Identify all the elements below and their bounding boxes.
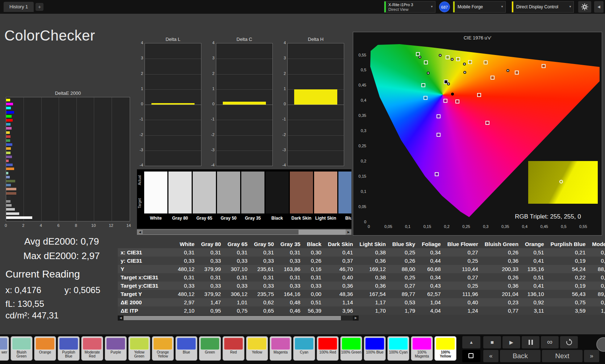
refresh-button[interactable]	[560, 336, 578, 348]
table-cell: 1,47	[198, 298, 224, 306]
scroll-left-button[interactable]: ◀	[137, 229, 143, 235]
delta-bar	[294, 89, 337, 105]
reading-cdm2-value: cd/m²: 447,31	[5, 310, 59, 321]
source-accent	[453, 1, 455, 12]
table-cell: 0,44	[418, 257, 444, 265]
patch-tile-yellow[interactable]: Yellow	[246, 336, 268, 361]
play-button[interactable]: ▶	[502, 336, 520, 348]
table-cell: 0,33	[224, 257, 251, 265]
patch-tile-red[interactable]: Red	[222, 336, 245, 361]
table-cell: 0,36	[481, 282, 522, 290]
collapse-panel-button[interactable]: ◀	[594, 1, 604, 13]
patch-tile-100-green[interactable]: 100% Green	[340, 336, 362, 361]
table-cell: 0,46	[277, 306, 304, 315]
pause-button[interactable]	[522, 336, 539, 348]
de2000-bar	[6, 172, 8, 174]
axis-tick-label: 4	[40, 223, 42, 228]
gridline	[216, 74, 272, 75]
table-cell: 3,11	[522, 306, 547, 315]
settings-button[interactable]	[578, 1, 591, 13]
chevron-down-icon: ▼	[501, 1, 504, 12]
patch-tile-wer[interactable]: wer	[0, 336, 9, 361]
gridline	[288, 135, 344, 136]
table-cell: 0,25	[444, 282, 481, 290]
add-tab-button[interactable]: +	[36, 3, 43, 11]
cie-target-marker	[491, 76, 495, 80]
scroll-right-button[interactable]: ▶	[346, 229, 351, 235]
meter-selector[interactable]: X-Rite i1Pro 3 Direct View ▼	[384, 1, 435, 13]
table-cell: 0,51	[522, 248, 547, 257]
table-scrollbar[interactable]: ◀ ▶	[118, 316, 359, 321]
table-column-header: Dark Skin	[325, 240, 356, 248]
expand-patch-list-button[interactable]: ▲	[462, 336, 480, 348]
axis-tick-label: -4	[134, 163, 143, 167]
window-pattern-button[interactable]	[462, 350, 480, 362]
stop-button[interactable]: ■	[483, 336, 501, 348]
table-column-header: Black	[304, 240, 325, 248]
scroll-right-button[interactable]: ▶	[353, 316, 359, 321]
patch-tile-orange-yellow[interactable]: Orange Yellow	[152, 336, 174, 361]
patch-tile-bluish-green[interactable]: Bluish Green	[11, 336, 33, 361]
table-column-header: Gray 50	[251, 240, 277, 248]
patch-label: 100% Cyan	[388, 350, 409, 354]
patch-tile-100-red[interactable]: 100% Red	[317, 336, 339, 361]
next-button[interactable]: Next	[542, 350, 583, 362]
table-row-label: y: CIE31	[118, 257, 175, 265]
axis-tick-label: 14	[126, 223, 131, 228]
patch-tile-100-cyan[interactable]: 100% Cyan	[387, 336, 409, 361]
table-cell: 0,22	[547, 273, 589, 282]
dial-button[interactable]	[596, 337, 605, 352]
last-patch-button[interactable]: »	[584, 350, 599, 362]
scrollbar-thumb[interactable]	[143, 230, 299, 234]
workflow-selector[interactable]: Direct Display Control ▼	[512, 1, 574, 13]
table-cell: 1,14	[325, 298, 356, 306]
table-cell: 0,75	[547, 298, 589, 306]
cie-xaxis: 00,050,10,150,20,250,30,350,40,450,50,55	[353, 224, 602, 230]
scrollbar-thumb[interactable]	[124, 316, 341, 320]
de2000-bar	[6, 103, 13, 105]
continuous-measure-button[interactable]: ∞	[541, 336, 559, 348]
patch-tile-purplish-blue[interactable]: Purplish Blue	[58, 336, 80, 361]
chart-title: Delta L	[145, 37, 201, 42]
de2000-bar	[6, 184, 11, 186]
patch-tile-cyan[interactable]: Cyan	[293, 336, 315, 361]
source-selector[interactable]: Mobile Forge ▼	[453, 1, 506, 13]
swatch	[266, 172, 289, 213]
patch-tile-moderate-red[interactable]: Moderate Red	[81, 336, 103, 361]
cie-target-marker	[542, 64, 546, 68]
patch-tile-100-blue[interactable]: 100% Blue	[364, 336, 386, 361]
patch-tile-yellow-green[interactable]: Yellow Green	[128, 336, 150, 361]
table-cell: 163,86	[277, 265, 304, 273]
table-column-header: Orange	[522, 240, 547, 248]
delta-l-chart: Delta L 43210-1-2-3-4	[134, 37, 203, 174]
tab-history-1[interactable]: History 1	[4, 2, 34, 12]
patch-tile-100-yellow[interactable]: 100% Yellow	[434, 336, 456, 361]
patch-tile-green[interactable]: Green	[199, 336, 221, 361]
patch-label: Magenta	[270, 350, 291, 354]
cie-measured-marker	[506, 69, 509, 72]
patch-tile-blue[interactable]: Blue	[175, 336, 197, 361]
patch-tile-purple[interactable]: Purple	[105, 336, 127, 361]
axis-tick-label: 2	[22, 223, 24, 228]
axis-tick-label: -2	[206, 132, 214, 137]
patch-label: Orange Yellow	[153, 350, 173, 358]
chevron-down-icon: ▼	[430, 1, 433, 12]
swatch-scrollbar[interactable]: ◀ ▶	[137, 229, 351, 235]
scroll-left-button[interactable]: ◀	[118, 316, 124, 321]
meter-accent	[384, 1, 386, 12]
table-cell: 0,51	[304, 298, 325, 306]
back-button[interactable]: Back	[500, 350, 541, 362]
table-cell: 110,44	[444, 265, 481, 273]
de2000-bar	[6, 111, 14, 114]
patch-label: Blue	[176, 350, 197, 354]
patch-tile-orange[interactable]: Orange	[34, 336, 56, 361]
table-cell: 0,51	[522, 273, 547, 282]
table-cell: 201,04	[481, 290, 522, 298]
patch-tile-magenta[interactable]: Magenta	[270, 336, 292, 361]
de2000-bar	[6, 131, 10, 134]
patch-tile-100-magenta[interactable]: 100% Magenta	[411, 336, 433, 361]
axis-tick-label: 0	[277, 102, 286, 106]
table-cell: 379,99	[198, 265, 224, 273]
first-patch-button[interactable]: «	[483, 350, 498, 362]
measurement-count-badge[interactable]: 687	[439, 1, 450, 12]
